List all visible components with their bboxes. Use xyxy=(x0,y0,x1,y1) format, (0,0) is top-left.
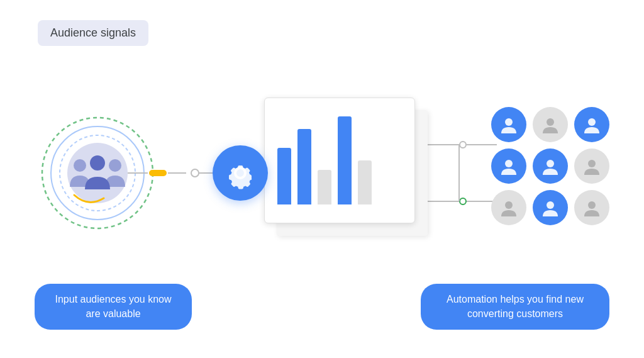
dashboard-section xyxy=(264,98,428,236)
svg-point-22 xyxy=(74,159,86,172)
avatar-2-3 xyxy=(574,148,609,184)
svg-point-10 xyxy=(460,142,466,148)
caption-right-text: Automation helps you find new converting… xyxy=(447,294,584,318)
bar-2 xyxy=(297,129,311,204)
avatar-3-3 xyxy=(574,190,609,225)
svg-point-30 xyxy=(588,160,596,167)
svg-point-25 xyxy=(505,118,513,126)
svg-point-7 xyxy=(191,169,199,177)
avatar-1-1 xyxy=(491,107,526,142)
svg-point-28 xyxy=(505,160,513,167)
bar-1 xyxy=(277,148,291,204)
svg-point-32 xyxy=(547,201,554,209)
gear-automation xyxy=(213,145,268,201)
svg-point-26 xyxy=(547,118,554,126)
avatar-1-2 xyxy=(533,107,568,142)
people-grid xyxy=(491,107,609,225)
audience-icon xyxy=(67,154,128,194)
bar-4 xyxy=(338,116,352,204)
avatar-2-1 xyxy=(491,148,526,184)
bar-3 xyxy=(318,170,331,204)
svg-point-29 xyxy=(547,160,554,167)
avatar-3-2 xyxy=(533,190,568,225)
avatar-2-2 xyxy=(533,148,568,184)
caption-right: Automation helps you find new converting… xyxy=(421,284,609,330)
title-text: Audience signals xyxy=(50,26,136,39)
svg-rect-5 xyxy=(149,170,167,176)
svg-point-27 xyxy=(588,118,596,126)
svg-point-24 xyxy=(90,155,105,171)
caption-left-text: Input audiences you know are valuable xyxy=(55,294,171,318)
title-badge: Audience signals xyxy=(38,20,148,46)
people-grid-section xyxy=(491,107,609,225)
page-container: Audience signals xyxy=(0,0,644,358)
bar-5 xyxy=(358,160,372,204)
dashboard-panel xyxy=(264,98,415,223)
avatar-1-3 xyxy=(574,107,609,142)
svg-point-13 xyxy=(460,198,466,204)
svg-point-33 xyxy=(588,201,596,209)
svg-point-23 xyxy=(109,159,121,172)
avatar-3-1 xyxy=(491,190,526,225)
svg-point-31 xyxy=(505,201,513,209)
caption-left: Input audiences you know are valuable xyxy=(35,284,192,330)
